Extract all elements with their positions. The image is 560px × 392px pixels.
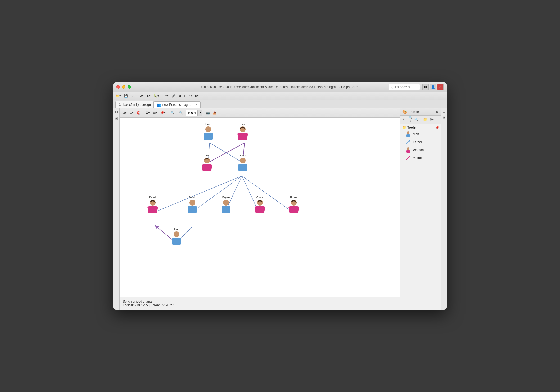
tab-basicfamily[interactable]: 🗂 basicfamily.odesign: [115, 101, 154, 108]
palette-item-mother[interactable]: Mother: [400, 154, 441, 162]
person-alan[interactable]: Alan: [169, 227, 184, 247]
close-button[interactable]: [116, 85, 120, 89]
titlebar-icons: ⊞ 👤 S: [422, 84, 444, 90]
tab-basicfamily-icon: 🗂: [118, 103, 122, 107]
palette-item-father[interactable]: Father: [400, 138, 441, 146]
snap-btn[interactable]: ⊞▾: [128, 110, 135, 116]
svg-point-9: [223, 200, 229, 206]
tab-persons-close[interactable]: ✕: [195, 103, 198, 107]
person-lea[interactable]: Léa: [199, 154, 215, 173]
run-btn[interactable]: ▶▾: [146, 93, 152, 99]
svg-point-0: [205, 126, 211, 132]
clara-figure: [254, 199, 266, 215]
palette-title: Palette: [408, 110, 419, 114]
palette-zoom-in-btn[interactable]: 🔍+: [408, 117, 413, 122]
zoom-dropdown[interactable]: ▼: [198, 110, 202, 116]
person-david[interactable]: David: [184, 196, 200, 215]
fiona-label: Fiona: [290, 196, 297, 199]
sirius-icon-button[interactable]: S: [437, 84, 444, 90]
clara-label: Clara: [256, 196, 263, 199]
sidebar-select-btn[interactable]: ▣: [114, 116, 119, 121]
person-clara[interactable]: Clara: [252, 196, 268, 215]
palette-zoom-out-btn[interactable]: 🔍-: [414, 117, 420, 122]
filter-btn[interactable]: ▦▾: [152, 110, 159, 116]
statusbar-line1: Synchronized diagram: [123, 300, 397, 303]
palette-header: 🎨 Palette ▶: [400, 108, 441, 116]
palette-mother-label: Mother: [413, 156, 423, 160]
refresh-btn[interactable]: ⚙▾: [138, 93, 145, 99]
palette-item-man[interactable]: Man: [400, 130, 441, 138]
nav-back-btn[interactable]: ◀: [177, 93, 182, 99]
main-window: Sirius Runtime - platform:/resource/basi…: [113, 82, 447, 310]
svg-point-4: [240, 158, 246, 163]
zoom-out-btn[interactable]: 🔍-: [178, 110, 185, 116]
katell-figure: [146, 199, 159, 215]
dtb-sep1: [143, 110, 143, 116]
palette-section-header-tools[interactable]: 📁 Tools 📌: [400, 125, 441, 130]
palette-toolbar: ↖ 🔍+ 🔍- 📁 ⚙▾: [400, 116, 441, 124]
palette-panel: 🎨 Palette ▶ ↖ 🔍+ 🔍- 📁 ⚙▾ 📁 Tools 📌: [400, 108, 441, 310]
pen-btn[interactable]: ✏▾: [163, 93, 170, 99]
paul-figure: [202, 126, 215, 142]
right-edge-btn1[interactable]: ⊟: [442, 109, 446, 114]
palette-collapse-btn[interactable]: ▶: [436, 110, 439, 114]
layer-btn[interactable]: ☰▾: [144, 110, 151, 116]
person-isa[interactable]: Isa: [235, 122, 251, 142]
palette-title-icon: 🎨: [402, 110, 407, 114]
lea-figure: [201, 157, 213, 173]
person-elias[interactable]: Elias: [235, 154, 251, 173]
tools-pin-icon: 📌: [436, 126, 439, 129]
microphone-btn[interactable]: 🎤: [170, 93, 177, 99]
sidebar-toggle-btn[interactable]: ⊟: [114, 109, 119, 115]
person-bryan[interactable]: Bryan: [218, 196, 234, 215]
person-fiona[interactable]: Fiona: [286, 196, 302, 215]
person-paul[interactable]: Paul: [200, 122, 216, 142]
person-katell[interactable]: Katell: [145, 196, 161, 215]
pin-btn[interactable]: 📌▾: [159, 110, 167, 116]
svg-rect-1: [204, 133, 213, 140]
elias-figure: [236, 157, 249, 173]
svg-rect-16: [406, 134, 410, 137]
perspective-button[interactable]: ⊞: [422, 84, 429, 90]
debug-btn[interactable]: 🐛▾: [152, 93, 160, 99]
bryan-label: Bryan: [222, 196, 230, 199]
alan-figure: [170, 231, 183, 247]
sep2: [162, 93, 162, 99]
katell-label: Katell: [149, 196, 156, 199]
svg-point-7: [189, 200, 195, 206]
left-sidebar: ⊟ ▣: [113, 108, 120, 310]
woman-figure-icon: [405, 147, 411, 153]
screenshot-btn[interactable]: 📷: [205, 110, 211, 116]
export-btn[interactable]: 📤: [212, 110, 218, 116]
david-label: David: [189, 196, 196, 199]
minimize-button[interactable]: [122, 85, 125, 89]
diagram-area[interactable]: Paul Isa: [120, 118, 400, 297]
tab-persons-label: new Persons diagram: [162, 103, 193, 107]
palette-section-tools: 📁 Tools 📌 Man: [400, 124, 441, 163]
content-area: Paul Isa: [120, 118, 400, 310]
paul-label: Paul: [205, 122, 211, 126]
maximize-button[interactable]: [128, 85, 131, 89]
save-btn[interactable]: 💾: [123, 93, 129, 99]
tab-persons[interactable]: 👥 new Persons diagram ✕: [154, 101, 201, 108]
quick-access-input[interactable]: [389, 84, 420, 90]
nav-fwd-btn[interactable]: ↪: [188, 93, 193, 99]
tab-basicfamily-label: basicfamily.odesign: [123, 103, 151, 107]
print-btn[interactable]: 🖨: [130, 93, 135, 99]
svg-point-15: [407, 131, 409, 134]
palette-folder-btn[interactable]: 📁: [422, 117, 428, 122]
diagram-toolbar: ⊡▾ ⊞▾ 🧲 ☰▾ ▦▾ 📌▾ 🔍+ 🔍- 100% ▼ 📷 📤: [120, 108, 400, 118]
palette-select-btn[interactable]: ↖: [401, 117, 407, 122]
magnet-btn[interactable]: 🧲: [136, 110, 142, 116]
zoom-input[interactable]: 100%: [186, 110, 198, 116]
select-all-btn[interactable]: ⊡▾: [121, 110, 128, 116]
right-edge-btn2[interactable]: ▣: [442, 115, 446, 120]
open-btn[interactable]: 📂▾: [114, 93, 122, 99]
palette-settings-btn[interactable]: ⚙▾: [428, 117, 434, 122]
nav-back2-btn[interactable]: ↩: [183, 93, 188, 99]
nav-fwd2-btn[interactable]: ▶▾: [194, 93, 200, 99]
zoom-in-btn[interactable]: 🔍+: [169, 110, 177, 116]
palette-item-woman[interactable]: Woman: [400, 146, 441, 154]
person-icon-button[interactable]: 👤: [430, 84, 436, 90]
dtb-sep3: [204, 110, 204, 116]
